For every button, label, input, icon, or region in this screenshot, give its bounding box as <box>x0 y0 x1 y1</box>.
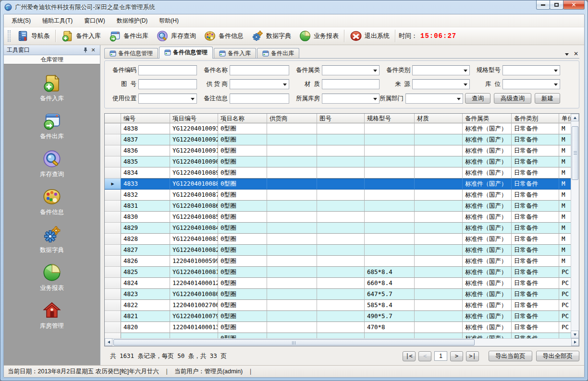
column-header-spec[interactable]: 规格型号 <box>365 114 415 123</box>
column-header-drawing-no[interactable]: 图号 <box>317 114 365 123</box>
menu-data-maintenance[interactable]: 数据维护(D) <box>111 15 154 27</box>
prev-page-button[interactable]: < <box>418 351 431 361</box>
row-selector-cell[interactable] <box>105 190 121 201</box>
supplier-select[interactable] <box>230 79 289 89</box>
row-selector-cell[interactable]: ▶ <box>105 179 121 190</box>
part-type-select[interactable] <box>412 65 470 75</box>
minimize-button[interactable] <box>536 0 550 10</box>
row-selector-cell[interactable] <box>105 134 121 145</box>
row-selector-cell[interactable] <box>105 167 121 179</box>
maximize-button[interactable] <box>550 0 564 10</box>
column-header-type[interactable]: 备件类别 <box>512 114 559 123</box>
row-selector-cell[interactable] <box>105 156 121 167</box>
close-button[interactable]: ✕ <box>563 0 585 10</box>
row-selector-cell[interactable] <box>105 267 121 278</box>
export-all-pages-button[interactable]: 导出全部页 <box>536 351 580 361</box>
column-header-category[interactable]: 备件属类 <box>463 114 512 123</box>
scroll-right-button[interactable] <box>571 338 579 346</box>
next-page-button[interactable]: > <box>450 351 463 361</box>
source-select[interactable] <box>412 79 470 89</box>
table-row[interactable]: 482012204014000130型圈470*8标准件（国产）日常备件PC <box>105 322 572 333</box>
toolbar-grip[interactable] <box>8 30 11 42</box>
row-selector-cell[interactable] <box>105 145 121 156</box>
table-row[interactable]: ▶4833YG122040100880型圈标准件（国产）日常备件M <box>105 179 572 190</box>
sidebar-item-warehouse-room-mgmt[interactable]: 库房管理 <box>40 300 64 330</box>
query-button[interactable]: 查询 <box>465 93 490 104</box>
vertical-scroll-thumb[interactable] <box>572 126 578 180</box>
menu-window[interactable]: 窗口(W) <box>78 15 110 27</box>
table-row[interactable]: 4828YG122040100830型圈标准件（国产）日常备件M <box>105 234 572 245</box>
usage-position-select[interactable] <box>138 94 197 104</box>
pin-button[interactable] <box>82 47 89 54</box>
scroll-down-button[interactable] <box>571 331 579 338</box>
tab-list-dropdown-button[interactable] <box>565 51 569 56</box>
row-selector-cell[interactable] <box>105 201 121 212</box>
row-selector-cell[interactable] <box>105 278 121 289</box>
vertical-scrollbar[interactable] <box>571 114 579 338</box>
sidebar-item-data-dictionary[interactable]: 数据字典 <box>40 225 64 254</box>
row-selector-cell[interactable] <box>105 322 121 333</box>
row-selector-cell[interactable] <box>105 245 121 256</box>
table-row[interactable]: 4838YG122040100930型圈标准件（国产）日常备件M <box>105 123 572 134</box>
horizontal-scrollbar[interactable] <box>105 338 579 346</box>
table-row[interactable]: 0型圈标准件（国产）日常备件 <box>105 333 572 338</box>
table-row[interactable]: 4836YG122040100910型圈标准件（国产）日常备件M <box>105 145 572 156</box>
table-row[interactable]: 4832YG122040100870型圈标准件（国产）日常备件M <box>105 190 572 201</box>
row-selector-cell[interactable] <box>105 212 121 223</box>
tab-parts-outbound[interactable]: 备件出库 <box>257 48 299 58</box>
sidebar-item-parts-outbound[interactable]: 备件出库 <box>40 111 64 141</box>
table-row[interactable]: 4823YG122040100800型圈647*5.7标准件（国产）日常备件PC <box>105 289 572 300</box>
spec-select[interactable] <box>502 65 560 75</box>
sidebar-item-business-report[interactable]: 业务报表 <box>40 262 64 292</box>
table-row[interactable]: 4827YG122040100820型圈标准件（国产）日常备件M <box>105 245 572 256</box>
table-row[interactable]: 4829YG122040100840型圈标准件（国产）日常备件M <box>105 223 572 234</box>
table-row[interactable]: 482412204014000120型圈660*8.4标准件（国产）日常备件PC <box>105 278 572 289</box>
column-header-material[interactable]: 材质 <box>415 114 463 123</box>
part-class-select[interactable] <box>322 65 380 75</box>
row-selector-cell[interactable] <box>105 333 121 338</box>
column-header-supplier[interactable]: 供货商 <box>267 114 317 123</box>
column-header-unit[interactable]: 单位 <box>559 114 572 123</box>
first-page-button[interactable]: |< <box>403 351 416 361</box>
tab-parts-info-mgmt-1[interactable]: 备件信息管理 <box>104 48 158 58</box>
table-row[interactable]: 4835YG122040100900型圈标准件（国产）日常备件M <box>105 156 572 167</box>
sidebar-item-parts-info[interactable]: 备件信息 <box>40 187 64 216</box>
remark-input[interactable] <box>230 94 289 104</box>
table-row[interactable]: 4837YG122040100920型圈标准件（国产）日常备件M <box>105 134 572 145</box>
row-selector-cell[interactable] <box>105 223 121 234</box>
toolbar-business-report-button[interactable]: 业务报表 <box>295 28 343 44</box>
toolbar-data-dictionary-button[interactable]: 数据字典 <box>247 28 295 44</box>
table-row[interactable]: 4834YG122040100890型圈标准件（国产）日常备件M <box>105 167 572 179</box>
column-header-project-no[interactable]: 项目编号 <box>170 114 218 123</box>
scroll-left-button[interactable] <box>105 338 112 346</box>
toolbar-inventory-query-button[interactable]: 库存查询 <box>152 28 200 44</box>
title-bar[interactable]: 广州爱奇迪软件科技有限公司-深田之星仓库管理系统 ✕ <box>0 0 588 14</box>
last-page-button[interactable]: >| <box>466 351 479 361</box>
new-button[interactable]: 新建 <box>535 93 560 104</box>
advanced-query-button[interactable]: 高级查询 <box>494 93 531 104</box>
column-header-project-name[interactable]: 项目名称 <box>218 114 267 123</box>
table-row[interactable]: 482212204010027000型圈585*8.4标准件（国产）日常备件PC <box>105 300 572 311</box>
table-row[interactable]: 4821YG122040100790型圈490*5.7标准件（国产）日常备件PC <box>105 311 572 322</box>
row-selector-cell[interactable] <box>105 123 121 134</box>
part-name-input[interactable] <box>230 65 289 75</box>
scroll-up-button[interactable] <box>571 114 579 121</box>
sidebar-item-inventory-query[interactable]: 库存查询 <box>40 149 64 179</box>
tool-window-close-button[interactable]: ✕ <box>89 47 97 54</box>
table-row[interactable]: 4831YG122040100860型圈标准件（国产）日常备件M <box>105 201 572 212</box>
part-code-input[interactable] <box>138 65 197 75</box>
sidebar-section-warehouse-mgmt[interactable]: 仓库管理 <box>4 55 100 64</box>
location-select[interactable] <box>502 79 560 89</box>
toolbar-parts-inbound-button[interactable]: 备件入库 <box>57 28 105 44</box>
toolbar-exit-button[interactable]: 退出系统 <box>346 28 393 44</box>
row-selector-cell[interactable] <box>105 234 121 245</box>
material-input[interactable] <box>322 79 380 89</box>
row-selector-cell[interactable] <box>105 311 121 322</box>
table-row[interactable]: 4830YG122040100850型圈标准件（国产）日常备件M <box>105 212 572 223</box>
menu-aux-tools[interactable]: 辅助工具(T) <box>37 15 78 27</box>
toolbar-parts-info-button[interactable]: 备件信息 <box>200 28 247 44</box>
tab-parts-inbound[interactable]: 备件入库 <box>214 48 256 58</box>
export-current-page-button[interactable]: 导出当前页 <box>489 351 532 361</box>
tab-parts-info-mgmt-2-active[interactable]: 备件信息管理 <box>159 47 213 58</box>
tab-close-button[interactable]: ✕ <box>574 51 578 56</box>
